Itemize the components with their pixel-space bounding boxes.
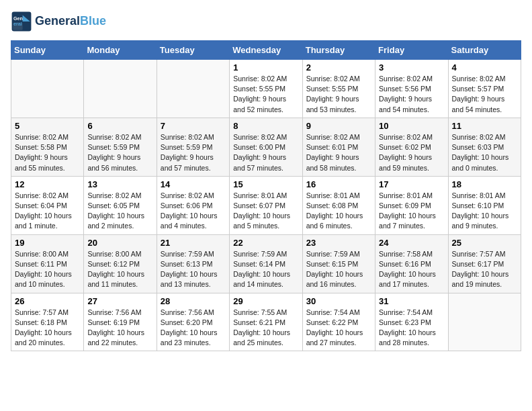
- day-cell: 14Sunrise: 8:02 AMSunset: 6:06 PMDayligh…: [157, 176, 229, 234]
- weekday-header-row: SundayMondayTuesdayWednesdayThursdayFrid…: [11, 41, 521, 60]
- day-cell: [11, 60, 84, 118]
- day-number: 26: [15, 296, 80, 306]
- day-number: 18: [452, 179, 517, 189]
- day-number: 16: [306, 179, 371, 189]
- day-cell: 18Sunrise: 8:01 AMSunset: 6:10 PMDayligh…: [448, 176, 521, 234]
- day-number: 27: [87, 296, 152, 306]
- day-info: Sunrise: 7:57 AMSunset: 6:18 PMDaylight:…: [15, 308, 80, 349]
- day-cell: 12Sunrise: 8:02 AMSunset: 6:04 PMDayligh…: [11, 176, 84, 234]
- day-info: Sunrise: 7:56 AMSunset: 6:20 PMDaylight:…: [161, 308, 226, 349]
- day-info: Sunrise: 8:00 AMSunset: 6:11 PMDaylight:…: [15, 249, 80, 290]
- day-info: Sunrise: 8:02 AMSunset: 6:06 PMDaylight:…: [161, 191, 226, 232]
- weekday-header-monday: Monday: [84, 41, 157, 60]
- weekday-header-friday: Friday: [375, 41, 448, 60]
- page-header: Gen eral GeneralBlue: [11, 11, 521, 32]
- day-info: Sunrise: 8:02 AMSunset: 5:56 PMDaylight:…: [379, 74, 444, 115]
- day-cell: 9Sunrise: 8:02 AMSunset: 6:01 PMDaylight…: [302, 118, 375, 176]
- day-info: Sunrise: 8:02 AMSunset: 6:02 PMDaylight:…: [379, 132, 444, 173]
- day-number: 1: [233, 62, 298, 73]
- week-row-3: 12Sunrise: 8:02 AMSunset: 6:04 PMDayligh…: [11, 176, 521, 234]
- logo: Gen eral GeneralBlue: [11, 11, 106, 32]
- day-cell: 3Sunrise: 8:02 AMSunset: 5:56 PMDaylight…: [375, 60, 448, 118]
- day-number: 11: [452, 121, 517, 131]
- day-info: Sunrise: 7:59 AMSunset: 6:13 PMDaylight:…: [161, 249, 226, 290]
- day-cell: 21Sunrise: 7:59 AMSunset: 6:13 PMDayligh…: [157, 234, 229, 293]
- day-cell: 7Sunrise: 8:02 AMSunset: 5:59 PMDaylight…: [157, 118, 229, 176]
- day-cell: 2Sunrise: 8:02 AMSunset: 5:55 PMDaylight…: [302, 60, 375, 118]
- day-number: 28: [161, 296, 226, 306]
- weekday-header-tuesday: Tuesday: [157, 41, 229, 60]
- day-info: Sunrise: 8:02 AMSunset: 6:01 PMDaylight:…: [306, 132, 371, 173]
- day-number: 13: [87, 179, 152, 189]
- day-info: Sunrise: 8:02 AMSunset: 6:04 PMDaylight:…: [15, 191, 80, 232]
- day-number: 30: [306, 296, 371, 306]
- day-number: 15: [233, 179, 298, 189]
- day-number: 21: [161, 238, 226, 248]
- day-cell: 25Sunrise: 7:57 AMSunset: 6:17 PMDayligh…: [448, 234, 521, 293]
- week-row-4: 19Sunrise: 8:00 AMSunset: 6:11 PMDayligh…: [11, 234, 521, 293]
- day-cell: 5Sunrise: 8:02 AMSunset: 5:58 PMDaylight…: [11, 118, 84, 176]
- day-number: 12: [15, 179, 80, 189]
- day-info: Sunrise: 8:02 AMSunset: 6:00 PMDaylight:…: [233, 132, 298, 173]
- day-info: Sunrise: 7:54 AMSunset: 6:23 PMDaylight:…: [379, 308, 444, 349]
- day-info: Sunrise: 8:01 AMSunset: 6:08 PMDaylight:…: [306, 191, 371, 232]
- day-number: 9: [306, 121, 371, 131]
- day-number: 8: [233, 121, 298, 131]
- svg-text:eral: eral: [13, 21, 22, 27]
- day-info: Sunrise: 7:59 AMSunset: 6:14 PMDaylight:…: [233, 249, 298, 290]
- day-cell: 27Sunrise: 7:56 AMSunset: 6:19 PMDayligh…: [84, 293, 157, 351]
- day-number: 24: [379, 238, 444, 248]
- day-number: 20: [87, 238, 152, 248]
- day-cell: 30Sunrise: 7:54 AMSunset: 6:22 PMDayligh…: [302, 293, 375, 351]
- day-cell: [448, 293, 521, 351]
- day-number: 25: [452, 238, 517, 248]
- logo-text: GeneralBlue: [35, 15, 106, 28]
- day-info: Sunrise: 8:02 AMSunset: 6:03 PMDaylight:…: [452, 132, 517, 173]
- day-cell: 22Sunrise: 7:59 AMSunset: 6:14 PMDayligh…: [230, 234, 302, 293]
- day-cell: 24Sunrise: 7:58 AMSunset: 6:16 PMDayligh…: [375, 234, 448, 293]
- weekday-header-wednesday: Wednesday: [230, 41, 302, 60]
- day-info: Sunrise: 8:02 AMSunset: 5:59 PMDaylight:…: [87, 132, 152, 173]
- day-info: Sunrise: 7:58 AMSunset: 6:16 PMDaylight:…: [379, 249, 444, 290]
- day-cell: [84, 60, 157, 118]
- day-cell: 11Sunrise: 8:02 AMSunset: 6:03 PMDayligh…: [448, 118, 521, 176]
- day-number: 29: [233, 296, 298, 306]
- day-info: Sunrise: 7:56 AMSunset: 6:19 PMDaylight:…: [87, 308, 152, 349]
- calendar-table: SundayMondayTuesdayWednesdayThursdayFrid…: [11, 40, 521, 351]
- day-number: 23: [306, 238, 371, 248]
- day-cell: 23Sunrise: 7:59 AMSunset: 6:15 PMDayligh…: [302, 234, 375, 293]
- day-cell: 31Sunrise: 7:54 AMSunset: 6:23 PMDayligh…: [375, 293, 448, 351]
- day-number: 4: [452, 62, 517, 73]
- day-cell: 19Sunrise: 8:00 AMSunset: 6:11 PMDayligh…: [11, 234, 84, 293]
- day-number: 31: [379, 296, 444, 306]
- day-cell: 15Sunrise: 8:01 AMSunset: 6:07 PMDayligh…: [230, 176, 302, 234]
- day-number: 6: [87, 121, 152, 131]
- day-number: 7: [161, 121, 226, 131]
- day-cell: 26Sunrise: 7:57 AMSunset: 6:18 PMDayligh…: [11, 293, 84, 351]
- week-row-5: 26Sunrise: 7:57 AMSunset: 6:18 PMDayligh…: [11, 293, 521, 351]
- day-cell: 6Sunrise: 8:02 AMSunset: 5:59 PMDaylight…: [84, 118, 157, 176]
- day-cell: 10Sunrise: 8:02 AMSunset: 6:02 PMDayligh…: [375, 118, 448, 176]
- day-info: Sunrise: 8:02 AMSunset: 5:55 PMDaylight:…: [233, 74, 298, 115]
- day-info: Sunrise: 8:02 AMSunset: 5:55 PMDaylight:…: [306, 74, 371, 115]
- weekday-header-saturday: Saturday: [448, 41, 521, 60]
- day-cell: [157, 60, 229, 118]
- day-info: Sunrise: 7:59 AMSunset: 6:15 PMDaylight:…: [306, 249, 371, 290]
- day-info: Sunrise: 7:55 AMSunset: 6:21 PMDaylight:…: [233, 308, 298, 349]
- day-info: Sunrise: 8:01 AMSunset: 6:09 PMDaylight:…: [379, 191, 444, 232]
- day-number: 3: [379, 62, 444, 73]
- day-cell: 29Sunrise: 7:55 AMSunset: 6:21 PMDayligh…: [230, 293, 302, 351]
- day-cell: 16Sunrise: 8:01 AMSunset: 6:08 PMDayligh…: [302, 176, 375, 234]
- day-cell: 8Sunrise: 8:02 AMSunset: 6:00 PMDaylight…: [230, 118, 302, 176]
- day-number: 17: [379, 179, 444, 189]
- day-info: Sunrise: 8:02 AMSunset: 5:58 PMDaylight:…: [15, 132, 80, 173]
- day-cell: 13Sunrise: 8:02 AMSunset: 6:05 PMDayligh…: [84, 176, 157, 234]
- day-number: 22: [233, 238, 298, 248]
- day-info: Sunrise: 8:02 AMSunset: 6:05 PMDaylight:…: [87, 191, 152, 232]
- day-info: Sunrise: 7:57 AMSunset: 6:17 PMDaylight:…: [452, 249, 517, 290]
- day-number: 19: [15, 238, 80, 248]
- week-row-1: 1Sunrise: 8:02 AMSunset: 5:55 PMDaylight…: [11, 60, 521, 118]
- day-number: 14: [161, 179, 226, 189]
- day-info: Sunrise: 8:00 AMSunset: 6:12 PMDaylight:…: [87, 249, 152, 290]
- day-info: Sunrise: 7:54 AMSunset: 6:22 PMDaylight:…: [306, 308, 371, 349]
